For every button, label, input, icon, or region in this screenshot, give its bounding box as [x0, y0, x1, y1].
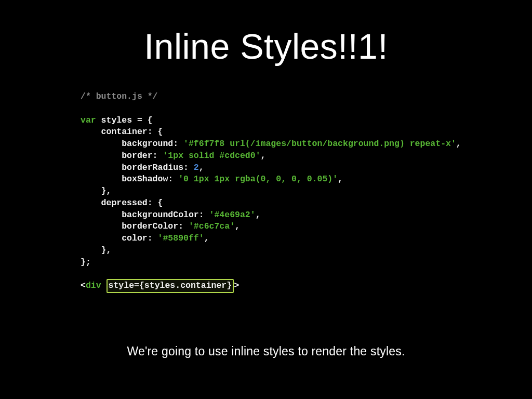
highlighted-attribute: style={styles.container}: [107, 279, 234, 293]
code-text: backgroundColor:: [81, 210, 209, 220]
code-text: container: {: [81, 127, 163, 137]
code-string: '0 1px 1px rgba(0, 0, 0, 0.05)': [178, 174, 338, 184]
code-text: ,: [261, 151, 266, 161]
code-text: ,: [199, 163, 204, 172]
code-jsx-attr: style={styles.container}: [109, 281, 232, 290]
code-text: <: [81, 281, 86, 290]
code-text: background:: [81, 139, 183, 149]
code-string: '#f6f7f8 url(/images/button/background.p…: [183, 139, 456, 149]
code-text: ,: [338, 174, 343, 184]
code-text: },: [81, 186, 111, 196]
code-text: border:: [81, 151, 163, 161]
code-string: '#5890ff': [158, 233, 204, 243]
code-text: color:: [81, 233, 158, 243]
slide-caption: We're going to use inline styles to rend…: [0, 344, 532, 358]
slide-title: Inline Styles!!1!: [0, 26, 532, 66]
code-text: ,: [456, 139, 461, 149]
code-text: styles = {: [96, 115, 153, 125]
code-block: /* button.js */ var styles = { container…: [81, 91, 455, 292]
code-comment: /* button.js */: [81, 91, 158, 101]
code-text: ,: [256, 210, 261, 220]
code-text: ,: [204, 233, 209, 243]
code-text: },: [81, 245, 111, 255]
code-text: borderRadius:: [81, 163, 194, 172]
code-text: };: [81, 257, 91, 267]
code-number: 2: [194, 163, 199, 172]
code-string: '1px solid #cdced0': [163, 151, 260, 161]
code-string: '#4e69a2': [209, 210, 256, 220]
code-string: '#c6c7ca': [189, 221, 235, 231]
code-text: borderColor:: [81, 221, 189, 231]
code-text: [101, 281, 107, 290]
slide: Inline Styles!!1! /* button.js */ var st…: [0, 0, 532, 399]
code-text: >: [234, 281, 239, 290]
code-text: depressed: {: [81, 198, 163, 208]
code-keyword-var: var: [81, 115, 96, 125]
code-text: boxShadow:: [81, 174, 178, 184]
code-jsx-tag: div: [86, 281, 101, 290]
code-text: ,: [235, 221, 240, 231]
